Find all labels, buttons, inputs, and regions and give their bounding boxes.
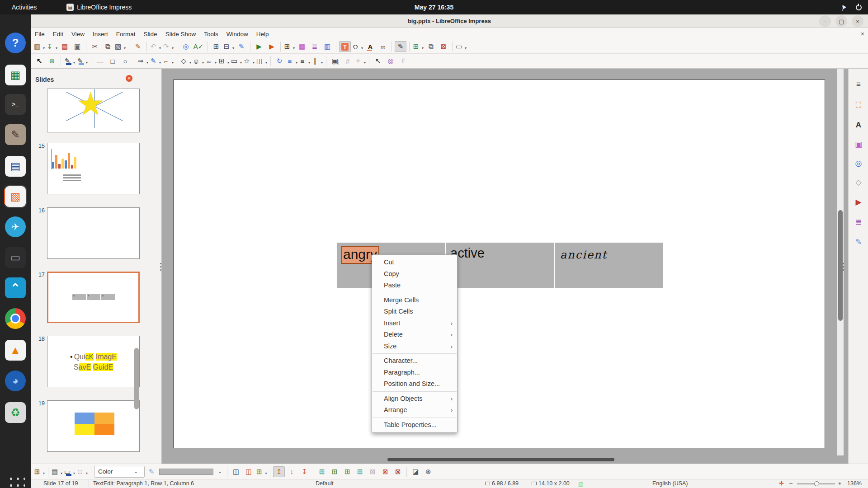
close-button[interactable]: ×	[852, 15, 863, 27]
insert-image-icon[interactable]	[296, 41, 308, 52]
window-title-bar[interactable]: big.pptx - LibreOffice Impress – ▢ ×	[31, 14, 868, 28]
power-icon[interactable]	[856, 5, 862, 10]
merge-cells-icon[interactable]	[230, 466, 242, 477]
spelling-icon[interactable]	[193, 41, 204, 52]
delete-row-icon[interactable]	[367, 466, 378, 477]
table-design-icon[interactable]	[422, 466, 434, 477]
edit-points-icon[interactable]	[372, 56, 384, 66]
gallery-icon[interactable]	[852, 137, 865, 151]
insert-comment-icon[interactable]	[236, 41, 247, 52]
open-icon[interactable]	[33, 41, 45, 52]
fill-color-swatch[interactable]	[159, 469, 213, 475]
menu-help[interactable]: Help	[252, 29, 273, 39]
slides-panel-scrollbar[interactable]	[134, 348, 139, 409]
distribute-icon[interactable]	[311, 56, 323, 66]
context-menu-table-properties[interactable]: Table Properties...	[372, 419, 457, 431]
context-menu-insert[interactable]: Insert›	[372, 318, 457, 329]
horizontal-scrollbar[interactable]	[162, 455, 837, 464]
menu-file[interactable]: File	[31, 29, 49, 39]
slide-layout-icon[interactable]	[455, 41, 467, 52]
star-shapes-icon[interactable]	[243, 56, 255, 66]
volume-icon[interactable]	[843, 5, 849, 9]
borders-icon[interactable]	[76, 466, 88, 477]
animation-icon[interactable]	[852, 215, 865, 229]
3d-objects-icon[interactable]	[256, 56, 268, 66]
slides-panel-close-icon[interactable]: ✕	[126, 75, 132, 82]
language-status[interactable]: English (USA)	[652, 479, 688, 488]
delete-slide-icon[interactable]	[438, 41, 449, 52]
table-cell-ancient[interactable]: ancient	[554, 242, 663, 288]
slide-thumbnail-14[interactable]: ★	[47, 89, 140, 132]
display-grid-icon[interactable]	[210, 41, 222, 52]
slide-transition-icon[interactable]	[852, 195, 865, 209]
cursor-position-status[interactable]: 6.98 / 6.89	[485, 479, 519, 488]
area-style-select[interactable]: Color ⌄	[94, 466, 145, 478]
center-vertically-icon[interactable]	[286, 466, 297, 477]
menu-slide[interactable]: Slide	[140, 29, 161, 39]
rectangle-icon[interactable]	[107, 56, 118, 66]
delete-table-icon[interactable]	[392, 466, 404, 477]
context-menu-delete[interactable]: Delete›	[372, 329, 457, 341]
focused-app-menu[interactable]: ▤ LibreOffice Impress	[66, 4, 132, 11]
insert-chart-icon[interactable]	[321, 41, 333, 52]
connectors-icon[interactable]	[162, 56, 174, 66]
insert-row-below-icon[interactable]	[329, 466, 340, 477]
basic-shapes-icon[interactable]	[180, 56, 192, 66]
dock-item-help[interactable]	[4, 32, 27, 54]
menu-format[interactable]: Format	[112, 29, 140, 39]
activities-button[interactable]: Activities	[8, 3, 40, 12]
menu-edit[interactable]: Edit	[49, 29, 67, 39]
menu-slide-show[interactable]: Slide Show	[161, 29, 200, 39]
panel-splitter-handle[interactable]	[159, 258, 162, 275]
dock-item-libreoffice-calc[interactable]	[4, 64, 27, 86]
dock-item-app-grid[interactable]	[4, 472, 27, 488]
shapes-icon[interactable]	[852, 175, 865, 189]
insert-text-box-icon[interactable]	[339, 41, 351, 52]
flowchart-icon[interactable]	[218, 56, 230, 66]
hyperlink-icon[interactable]	[377, 41, 389, 52]
zoom-fit-icon[interactable]: ✛	[779, 479, 783, 488]
dock-item-chrome[interactable]	[4, 307, 27, 330]
symbol-shapes-icon[interactable]	[193, 56, 204, 66]
split-cells-icon[interactable]	[243, 466, 255, 477]
slide-thumbnail-16[interactable]	[47, 207, 140, 259]
border-color-icon[interactable]	[64, 466, 75, 477]
optimize-size-icon[interactable]	[255, 466, 267, 477]
insert-column-after-icon[interactable]	[354, 466, 366, 477]
slide-thumbnail-17-selected[interactable]: aaa	[47, 272, 140, 323]
new-slide-icon[interactable]	[412, 41, 424, 52]
styles-icon[interactable]	[852, 118, 865, 132]
insert-line-icon[interactable]	[94, 56, 106, 66]
slide-thumbnail-15[interactable]	[47, 143, 140, 194]
slide-thumbnail-19[interactable]	[47, 400, 140, 452]
copy-icon[interactable]	[102, 41, 113, 52]
fontwork-icon[interactable]	[364, 41, 376, 52]
show-draw-functions-icon[interactable]	[395, 41, 406, 52]
dock-item-terminal[interactable]	[4, 93, 27, 116]
navigator-icon[interactable]	[852, 156, 865, 170]
extrusion-icon[interactable]	[397, 56, 409, 66]
menu-view[interactable]: View	[67, 29, 89, 39]
slide-position-status[interactable]: Slide 17 of 19	[43, 479, 78, 488]
lines-and-arrows-icon[interactable]	[137, 56, 149, 66]
delete-column-icon[interactable]	[379, 466, 391, 477]
table-icon[interactable]	[33, 466, 45, 477]
select-table-icon[interactable]	[410, 466, 421, 477]
redo-icon[interactable]	[162, 41, 174, 52]
zoom-slider[interactable]	[797, 483, 835, 484]
insert-table-icon[interactable]	[283, 41, 295, 52]
dock-item-vscode[interactable]	[4, 277, 27, 299]
dock-item-recycle[interactable]	[4, 401, 27, 424]
sidebar-settings-icon[interactable]	[852, 78, 865, 91]
zoom-in-button[interactable]: +	[838, 479, 841, 488]
minimize-button[interactable]: –	[819, 15, 831, 27]
context-menu-size[interactable]: Size›	[372, 341, 457, 352]
export-pdf-icon[interactable]	[59, 41, 71, 52]
select-icon[interactable]	[33, 56, 45, 66]
undo-icon[interactable]	[150, 41, 161, 52]
fill-color-icon[interactable]	[64, 56, 75, 66]
dock-item-gimp[interactable]	[4, 123, 27, 146]
duplicate-slide-icon[interactable]	[425, 41, 437, 52]
dock-item-blue-app[interactable]	[4, 370, 27, 392]
context-menu-position-and-size[interactable]: Position and Size...	[372, 378, 457, 390]
